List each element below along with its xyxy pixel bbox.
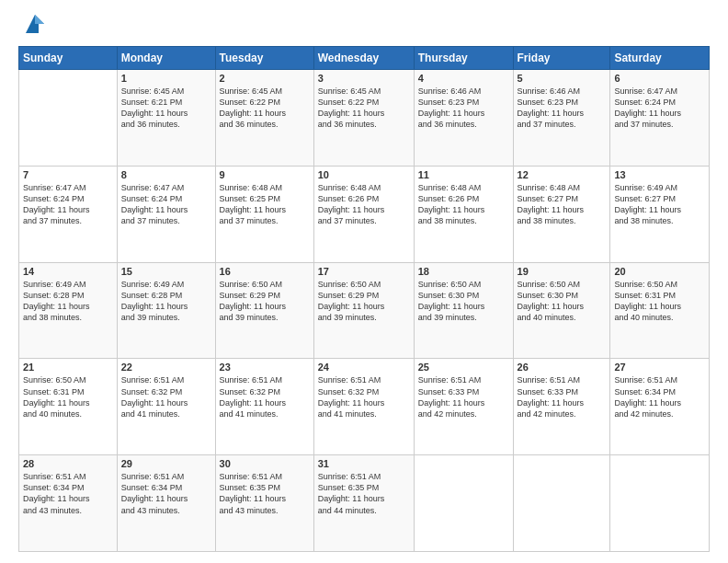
day-info: Sunrise: 6:50 AM Sunset: 6:31 PM Dayligh…: [23, 374, 113, 419]
calendar-cell: 28Sunrise: 6:51 AM Sunset: 6:34 PM Dayli…: [19, 455, 118, 552]
day-number: 5: [518, 73, 607, 84]
calendar-cell: 1Sunrise: 6:45 AM Sunset: 6:21 PM Daylig…: [117, 70, 215, 167]
day-info: Sunrise: 6:46 AM Sunset: 6:23 PM Dayligh…: [418, 86, 509, 131]
calendar-cell: 18Sunrise: 6:50 AM Sunset: 6:30 PM Dayli…: [414, 262, 513, 359]
day-info: Sunrise: 6:45 AM Sunset: 6:22 PM Dayligh…: [220, 86, 310, 131]
day-info: Sunrise: 6:51 AM Sunset: 6:32 PM Dayligh…: [318, 374, 410, 419]
logo-icon: [22, 11, 48, 37]
day-of-week-header: Tuesday: [215, 47, 313, 70]
day-info: Sunrise: 6:51 AM Sunset: 6:34 PM Dayligh…: [23, 471, 113, 516]
day-number: 12: [518, 169, 607, 180]
day-info: Sunrise: 6:49 AM Sunset: 6:28 PM Dayligh…: [23, 279, 113, 324]
calendar-cell: 19Sunrise: 6:50 AM Sunset: 6:30 PM Dayli…: [513, 262, 610, 359]
calendar-cell: 17Sunrise: 6:50 AM Sunset: 6:29 PM Dayli…: [313, 262, 414, 359]
day-of-week-header: Thursday: [414, 47, 513, 70]
day-number: 22: [121, 362, 211, 373]
calendar-cell: 22Sunrise: 6:51 AM Sunset: 6:32 PM Dayli…: [117, 359, 215, 455]
calendar-cell: 29Sunrise: 6:51 AM Sunset: 6:34 PM Dayli…: [117, 455, 215, 552]
day-number: 4: [418, 73, 509, 84]
day-info: Sunrise: 6:51 AM Sunset: 6:32 PM Dayligh…: [220, 374, 310, 419]
calendar-cell: 14Sunrise: 6:49 AM Sunset: 6:28 PM Dayli…: [19, 262, 118, 359]
day-number: 27: [614, 362, 705, 373]
day-info: Sunrise: 6:50 AM Sunset: 6:29 PM Dayligh…: [220, 279, 310, 324]
day-info: Sunrise: 6:50 AM Sunset: 6:30 PM Dayligh…: [418, 279, 509, 324]
day-number: 2: [220, 73, 310, 84]
calendar-cell: 5Sunrise: 6:46 AM Sunset: 6:23 PM Daylig…: [513, 70, 610, 167]
calendar-cell: 7Sunrise: 6:47 AM Sunset: 6:24 PM Daylig…: [19, 166, 118, 262]
day-info: Sunrise: 6:48 AM Sunset: 6:26 PM Dayligh…: [318, 182, 410, 227]
day-number: 10: [318, 169, 410, 180]
day-of-week-header: Wednesday: [313, 47, 414, 70]
calendar-cell: 11Sunrise: 6:48 AM Sunset: 6:26 PM Dayli…: [414, 166, 513, 262]
day-number: 6: [614, 73, 705, 84]
day-number: 16: [220, 266, 310, 277]
day-info: Sunrise: 6:50 AM Sunset: 6:31 PM Dayligh…: [614, 279, 705, 324]
day-of-week-header: Monday: [117, 47, 215, 70]
calendar-cell: 31Sunrise: 6:51 AM Sunset: 6:35 PM Dayli…: [313, 455, 414, 552]
day-info: Sunrise: 6:48 AM Sunset: 6:27 PM Dayligh…: [518, 182, 607, 227]
calendar-cell: [414, 455, 513, 552]
day-number: 9: [220, 169, 310, 180]
calendar-week-row: 28Sunrise: 6:51 AM Sunset: 6:34 PM Dayli…: [19, 455, 710, 552]
calendar-cell: 9Sunrise: 6:48 AM Sunset: 6:25 PM Daylig…: [215, 166, 313, 262]
calendar-cell: [513, 455, 610, 552]
day-info: Sunrise: 6:45 AM Sunset: 6:22 PM Dayligh…: [318, 86, 410, 131]
day-info: Sunrise: 6:50 AM Sunset: 6:30 PM Dayligh…: [518, 279, 607, 324]
calendar-cell: 3Sunrise: 6:45 AM Sunset: 6:22 PM Daylig…: [313, 70, 414, 167]
day-number: 3: [318, 73, 410, 84]
day-number: 15: [121, 266, 211, 277]
calendar-cell: 15Sunrise: 6:49 AM Sunset: 6:28 PM Dayli…: [117, 262, 215, 359]
day-number: 1: [121, 73, 211, 84]
day-info: Sunrise: 6:48 AM Sunset: 6:26 PM Dayligh…: [418, 182, 509, 227]
day-number: 28: [23, 458, 113, 469]
calendar-week-row: 21Sunrise: 6:50 AM Sunset: 6:31 PM Dayli…: [19, 359, 710, 455]
day-number: 8: [121, 169, 211, 180]
day-info: Sunrise: 6:51 AM Sunset: 6:35 PM Dayligh…: [318, 471, 410, 516]
day-number: 20: [614, 266, 705, 277]
day-info: Sunrise: 6:51 AM Sunset: 6:32 PM Dayligh…: [121, 374, 211, 419]
day-info: Sunrise: 6:51 AM Sunset: 6:33 PM Dayligh…: [518, 374, 607, 419]
day-info: Sunrise: 6:50 AM Sunset: 6:29 PM Dayligh…: [318, 279, 410, 324]
day-info: Sunrise: 6:45 AM Sunset: 6:21 PM Dayligh…: [121, 86, 211, 131]
calendar-cell: 23Sunrise: 6:51 AM Sunset: 6:32 PM Dayli…: [215, 359, 313, 455]
calendar-cell: 13Sunrise: 6:49 AM Sunset: 6:27 PM Dayli…: [610, 166, 710, 262]
day-number: 26: [518, 362, 607, 373]
day-number: 18: [418, 266, 509, 277]
calendar-cell: 24Sunrise: 6:51 AM Sunset: 6:32 PM Dayli…: [313, 359, 414, 455]
logo-area: [18, 15, 48, 37]
day-number: 14: [23, 266, 113, 277]
calendar-cell: 8Sunrise: 6:47 AM Sunset: 6:24 PM Daylig…: [117, 166, 215, 262]
day-number: 13: [614, 169, 705, 180]
day-number: 24: [318, 362, 410, 373]
day-info: Sunrise: 6:47 AM Sunset: 6:24 PM Dayligh…: [23, 182, 113, 227]
calendar-cell: 26Sunrise: 6:51 AM Sunset: 6:33 PM Dayli…: [513, 359, 610, 455]
calendar-cell: 2Sunrise: 6:45 AM Sunset: 6:22 PM Daylig…: [215, 70, 313, 167]
day-info: Sunrise: 6:49 AM Sunset: 6:28 PM Dayligh…: [121, 279, 211, 324]
calendar-week-row: 14Sunrise: 6:49 AM Sunset: 6:28 PM Dayli…: [19, 262, 710, 359]
day-info: Sunrise: 6:51 AM Sunset: 6:35 PM Dayligh…: [220, 471, 310, 516]
day-info: Sunrise: 6:46 AM Sunset: 6:23 PM Dayligh…: [518, 86, 607, 131]
day-of-week-header: Friday: [513, 47, 610, 70]
calendar-cell: 27Sunrise: 6:51 AM Sunset: 6:34 PM Dayli…: [610, 359, 710, 455]
calendar-cell: [610, 455, 710, 552]
calendar-week-row: 1Sunrise: 6:45 AM Sunset: 6:21 PM Daylig…: [19, 70, 710, 167]
day-number: 23: [220, 362, 310, 373]
day-number: 11: [418, 169, 509, 180]
calendar-cell: 21Sunrise: 6:50 AM Sunset: 6:31 PM Dayli…: [19, 359, 118, 455]
calendar-cell: 4Sunrise: 6:46 AM Sunset: 6:23 PM Daylig…: [414, 70, 513, 167]
day-info: Sunrise: 6:48 AM Sunset: 6:25 PM Dayligh…: [220, 182, 310, 227]
day-info: Sunrise: 6:51 AM Sunset: 6:34 PM Dayligh…: [121, 471, 211, 516]
day-number: 29: [121, 458, 211, 469]
calendar-cell: 10Sunrise: 6:48 AM Sunset: 6:26 PM Dayli…: [313, 166, 414, 262]
day-number: 17: [318, 266, 410, 277]
calendar-cell: 25Sunrise: 6:51 AM Sunset: 6:33 PM Dayli…: [414, 359, 513, 455]
day-info: Sunrise: 6:47 AM Sunset: 6:24 PM Dayligh…: [614, 86, 705, 131]
calendar-cell: 20Sunrise: 6:50 AM Sunset: 6:31 PM Dayli…: [610, 262, 710, 359]
calendar-cell: 30Sunrise: 6:51 AM Sunset: 6:35 PM Dayli…: [215, 455, 313, 552]
day-number: 31: [318, 458, 410, 469]
day-number: 21: [23, 362, 113, 373]
day-number: 25: [418, 362, 509, 373]
header: [18, 15, 710, 37]
calendar-cell: 6Sunrise: 6:47 AM Sunset: 6:24 PM Daylig…: [610, 70, 710, 167]
calendar-week-row: 7Sunrise: 6:47 AM Sunset: 6:24 PM Daylig…: [19, 166, 710, 262]
